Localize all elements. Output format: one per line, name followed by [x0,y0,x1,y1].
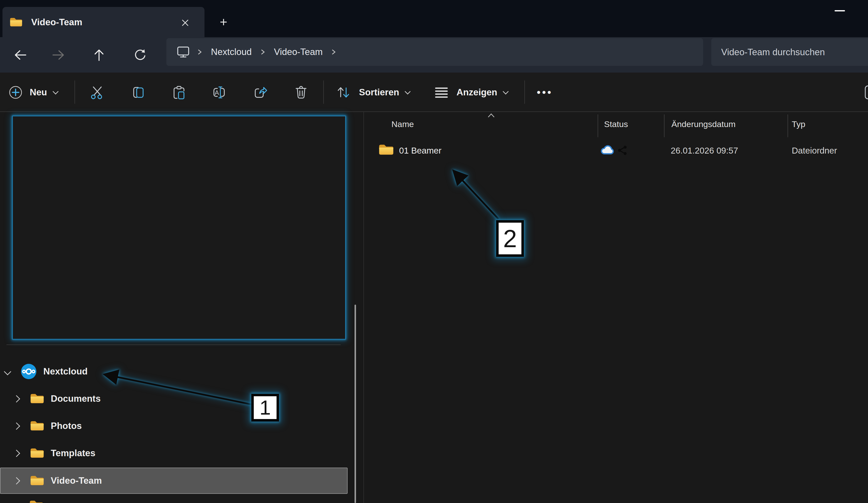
folder-icon [30,393,44,405]
view-button-label: Anzeigen [456,87,497,97]
cut-icon [89,84,105,100]
details-pane-button[interactable] [865,82,868,103]
column-header-status[interactable]: Status [604,119,628,129]
back-icon [13,49,27,61]
file-type: Dateiordner [792,146,837,155]
new-plus-icon [8,85,23,100]
sidebar-item-label: Templates [51,448,95,459]
toolbar-separator [524,81,525,104]
up-icon [93,49,105,61]
column-header-name[interactable]: Name [391,119,414,129]
minimize-button[interactable] [831,3,849,18]
minimize-icon [835,10,845,11]
shared-icon [617,145,628,156]
toolbar-separator [323,81,324,104]
sort-button[interactable]: Sortieren [336,82,410,103]
breadcrumb-chevron-icon [260,48,266,56]
new-button-label: Neu [30,87,47,97]
sort-ascending-caret-icon [486,113,497,118]
rename-icon: A [211,84,227,100]
new-button[interactable]: Neu [8,82,58,103]
details-pane-icon [865,84,868,100]
new-tab-button[interactable]: + [216,14,231,30]
annotation-label-1: 1 [251,394,279,421]
toolbar-separator [74,81,75,104]
column-separator[interactable] [598,114,598,137]
file-explorer-window: Video-Team + [0,0,868,503]
navigation-band: Nextcloud Video-Team [0,37,868,73]
sidebar-scrollbar[interactable] [354,305,356,503]
sidebar-item-nextcloud[interactable]: Nextcloud [0,359,348,384]
view-button[interactable]: Anzeigen [434,82,508,103]
search-box[interactable] [711,38,868,66]
chevron-right-icon[interactable] [13,395,20,402]
annotation-label-2: 2 [496,220,524,257]
rename-button[interactable]: A [211,82,227,103]
folder-icon [30,475,44,487]
column-separator[interactable] [787,114,788,137]
breadcrumb-chevron-icon [331,48,337,56]
folder-icon [30,447,44,459]
delete-icon [293,84,309,100]
folder-icon [378,143,394,156]
file-modified-date: 26.01.2026 09:57 [671,146,738,155]
folder-icon [30,420,44,432]
monitor-icon [176,45,190,59]
up-button[interactable] [91,47,107,63]
chevron-down-icon[interactable] [4,368,11,375]
sidebar-item-label: Nextcloud [43,366,87,377]
highlight-box [12,115,346,340]
sidebar-item-label: Video-Team [51,475,102,486]
refresh-icon [133,48,147,62]
nextcloud-icon [21,363,37,380]
chevron-down-icon [52,89,59,94]
search-input[interactable] [711,38,868,66]
back-button[interactable] [12,47,28,63]
command-toolbar: Neu A [0,73,868,111]
address-bar[interactable]: Nextcloud Video-Team [166,38,703,66]
breadcrumb-item-nextcloud[interactable]: Nextcloud [211,47,252,57]
delete-button[interactable] [293,82,309,103]
content-top-divider [0,111,868,112]
copy-icon [131,84,147,100]
pane-divider [363,112,364,503]
paste-button[interactable] [171,82,187,103]
cloud-online-icon [600,144,616,156]
folder-icon [29,500,44,503]
sidebar-item-partial[interactable] [29,500,44,503]
sidebar-item-documents[interactable]: Documents [0,386,348,411]
sidebar-item-templates[interactable]: Templates [0,441,348,465]
column-header-modified[interactable]: Änderungsdatum [671,119,735,129]
column-separator[interactable] [664,114,664,137]
tab-video-team[interactable]: Video-Team [2,7,205,38]
cut-button[interactable] [89,82,105,103]
sidebar-item-label: Photos [51,421,82,431]
column-header-type[interactable]: Typ [792,119,805,129]
close-tab-button[interactable] [178,16,192,30]
sidebar-item-video-team[interactable]: Video-Team [0,468,348,494]
forward-button[interactable] [51,47,66,63]
chevron-right-icon[interactable] [13,450,20,457]
sidebar-item-label: Documents [51,393,101,404]
sort-icon [336,84,352,100]
more-options-button[interactable]: ••• [537,82,552,103]
sidebar-item-photos[interactable]: Photos [0,413,348,438]
chevron-right-icon[interactable] [13,477,20,484]
breadcrumb-chevron-icon [197,48,203,56]
share-button[interactable] [252,82,268,103]
tree-section-divider [7,345,341,345]
breadcrumb-item-video-team[interactable]: Video-Team [274,47,323,57]
sort-button-label: Sortieren [359,87,399,97]
view-icon [434,85,449,100]
svg-text:A: A [215,89,219,96]
close-icon [181,19,189,27]
chevron-right-icon[interactable] [13,422,20,430]
ellipsis-icon: ••• [537,86,552,99]
paste-icon [171,84,187,100]
table-row-01-beamer[interactable]: 01 Beamer 26.01.2026 09:57 Dateiordner [369,140,868,164]
chevron-down-icon [503,89,509,94]
tab-title: Video-Team [31,17,82,28]
share-icon [252,84,268,100]
refresh-button[interactable] [132,47,148,63]
copy-button[interactable] [131,82,147,103]
